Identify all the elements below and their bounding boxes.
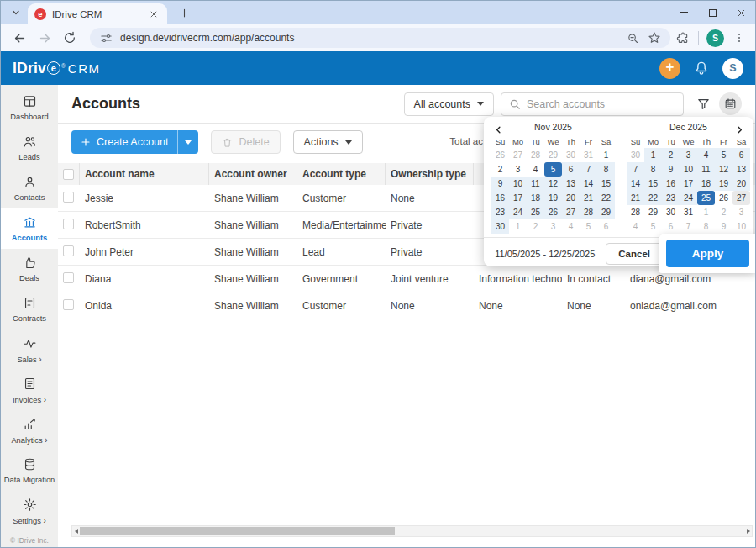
column-header[interactable]: Account type bbox=[297, 163, 386, 185]
day-cell[interactable]: 6 bbox=[732, 148, 750, 162]
browser-menu-icon[interactable] bbox=[732, 30, 747, 45]
day-cell[interactable]: 13 bbox=[732, 162, 750, 177]
day-cell[interactable]: 30 bbox=[627, 148, 644, 162]
day-cell[interactable]: 28 bbox=[580, 205, 597, 219]
minimize-button[interactable] bbox=[669, 1, 698, 24]
row-checkbox[interactable] bbox=[63, 272, 74, 283]
column-header[interactable]: Account name bbox=[80, 163, 209, 185]
sidebar-item-accounts[interactable]: Accounts bbox=[1, 208, 58, 249]
day-cell[interactable]: 23 bbox=[662, 191, 680, 205]
day-cell[interactable]: 15 bbox=[644, 177, 662, 191]
day-cell[interactable]: 26 bbox=[544, 205, 562, 219]
day-cell[interactable]: 24 bbox=[509, 205, 527, 219]
close-button[interactable] bbox=[727, 1, 755, 24]
day-cell[interactable]: 5 bbox=[715, 148, 732, 162]
day-cell[interactable]: 2 bbox=[715, 205, 732, 219]
sidebar-item-deals[interactable]: Deals bbox=[1, 249, 58, 289]
search-input[interactable] bbox=[527, 98, 675, 110]
day-cell[interactable]: 14 bbox=[627, 177, 644, 191]
day-cell[interactable]: 20 bbox=[562, 191, 580, 205]
day-cell[interactable]: 31 bbox=[680, 205, 697, 219]
day-cell[interactable]: 12 bbox=[715, 162, 732, 177]
reload-icon[interactable] bbox=[60, 28, 80, 48]
sidebar-item-data-migration[interactable]: Data Migration bbox=[1, 451, 58, 491]
day-cell[interactable]: 9 bbox=[715, 219, 732, 234]
day-cell[interactable]: 24 bbox=[680, 191, 697, 205]
day-cell[interactable]: 2 bbox=[662, 148, 680, 162]
sidebar-item-sales[interactable]: Sales › bbox=[1, 329, 58, 370]
day-cell[interactable]: 10 bbox=[509, 177, 527, 191]
day-cell[interactable]: 16 bbox=[662, 177, 680, 191]
day-cell[interactable]: 28 bbox=[627, 205, 644, 219]
day-cell[interactable]: 25 bbox=[527, 205, 544, 219]
day-cell[interactable]: 4 bbox=[697, 148, 715, 162]
row-checkbox[interactable] bbox=[63, 299, 74, 310]
actions-dropdown-button[interactable]: Actions bbox=[293, 130, 363, 154]
day-cell[interactable]: 28 bbox=[527, 148, 544, 162]
column-header[interactable]: Ownership type bbox=[386, 163, 474, 185]
day-cell[interactable]: 20 bbox=[732, 177, 750, 191]
row-checkbox[interactable] bbox=[63, 245, 74, 256]
day-cell[interactable]: 1 bbox=[509, 219, 527, 234]
apply-button[interactable]: Apply bbox=[666, 240, 749, 267]
column-header[interactable]: Account owner bbox=[209, 163, 297, 185]
day-cell[interactable]: 4 bbox=[627, 219, 644, 234]
day-cell[interactable]: 2 bbox=[527, 219, 544, 234]
scrollbar-thumb[interactable] bbox=[80, 527, 395, 535]
zoom-indicator-icon[interactable] bbox=[625, 30, 640, 45]
day-cell[interactable]: 29 bbox=[544, 148, 562, 162]
day-cell[interactable]: 6 bbox=[597, 219, 615, 234]
day-cell[interactable]: 9 bbox=[491, 177, 509, 191]
day-cell[interactable]: 2 bbox=[491, 162, 509, 177]
day-cell[interactable]: 27 bbox=[509, 148, 527, 162]
day-cell[interactable]: 3 bbox=[544, 219, 562, 234]
day-cell[interactable]: 23 bbox=[491, 205, 509, 219]
day-cell[interactable]: 30 bbox=[491, 219, 509, 234]
row-checkbox[interactable] bbox=[63, 192, 74, 203]
day-cell[interactable]: 29 bbox=[644, 205, 662, 219]
sidebar-item-dashboard[interactable]: Dashboard bbox=[1, 87, 58, 128]
day-cell[interactable]: 6 bbox=[562, 162, 580, 177]
scroll-left-icon[interactable] bbox=[72, 526, 80, 536]
sidebar-item-invoices[interactable]: Invoices › bbox=[1, 370, 58, 410]
extensions-icon[interactable] bbox=[675, 30, 690, 45]
day-cell[interactable]: 5 bbox=[644, 219, 662, 234]
day-cell[interactable]: 30 bbox=[562, 148, 580, 162]
day-cell[interactable]: 8 bbox=[597, 162, 615, 177]
cancel-button[interactable]: Cancel bbox=[606, 243, 663, 265]
day-cell[interactable]: 1 bbox=[597, 148, 615, 162]
previous-month-icon[interactable] bbox=[491, 123, 506, 136]
day-cell[interactable]: 26 bbox=[491, 148, 509, 162]
day-cell[interactable]: 8 bbox=[697, 219, 715, 234]
horizontal-scrollbar[interactable] bbox=[71, 525, 753, 537]
day-cell[interactable]: 31 bbox=[580, 148, 597, 162]
sidebar-item-contracts[interactable]: Contracts bbox=[1, 289, 58, 329]
address-bar[interactable]: design.devidrivecrm.com/app/accounts bbox=[90, 28, 670, 48]
tab-search-chevron-icon[interactable] bbox=[6, 3, 26, 23]
back-icon[interactable] bbox=[9, 28, 29, 48]
day-cell[interactable]: 21 bbox=[580, 191, 597, 205]
day-cell[interactable]: 27 bbox=[562, 205, 580, 219]
table-row[interactable]: OnidaShane WilliamCustomerNoneNoneNoneon… bbox=[58, 292, 755, 319]
day-cell[interactable]: 26 bbox=[715, 191, 732, 205]
create-account-button[interactable]: Create Account bbox=[71, 130, 177, 154]
browser-tab[interactable]: e IDrive CRM bbox=[28, 3, 167, 24]
day-cell[interactable]: 3 bbox=[509, 162, 527, 177]
day-cell[interactable]: 17 bbox=[680, 177, 697, 191]
day-cell[interactable]: 8 bbox=[644, 162, 662, 177]
day-cell[interactable]: 7 bbox=[580, 162, 597, 177]
next-month-icon[interactable] bbox=[732, 123, 747, 136]
day-cell[interactable]: 5 bbox=[580, 219, 597, 234]
sidebar-item-leads[interactable]: Leads bbox=[1, 128, 58, 168]
quick-create-button[interactable]: + bbox=[659, 58, 680, 79]
delete-button[interactable]: Delete bbox=[211, 130, 280, 154]
scroll-right-icon[interactable] bbox=[744, 526, 752, 536]
day-cell[interactable]: 12 bbox=[544, 177, 562, 191]
site-settings-icon[interactable] bbox=[98, 30, 113, 45]
day-cell[interactable]: 9 bbox=[662, 162, 680, 177]
day-cell[interactable]: 1 bbox=[697, 205, 715, 219]
browser-profile-avatar[interactable]: S bbox=[706, 29, 724, 47]
bookmark-star-icon[interactable] bbox=[647, 30, 662, 45]
day-cell[interactable]: 10 bbox=[732, 219, 750, 234]
day-cell[interactable]: 11 bbox=[697, 162, 715, 177]
